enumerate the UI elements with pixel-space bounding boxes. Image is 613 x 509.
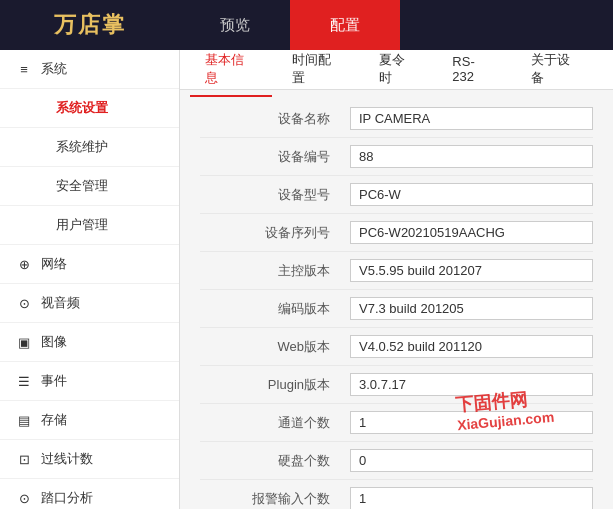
label-main-version: 主控版本 [200, 262, 350, 280]
image-icon: ▣ [15, 333, 33, 351]
info-row-7: Plugin版本 3.0.7.17 [200, 366, 593, 404]
label-encode-version: 编码版本 [200, 300, 350, 318]
sidebar-item-event[interactable]: ☰ 事件 [0, 362, 179, 401]
sub-tab-time[interactable]: 时间配置 [277, 50, 359, 97]
av-icon: ⊙ [15, 294, 33, 312]
label-device-model: 设备型号 [200, 186, 350, 204]
header: 万店掌 预览 配置 [0, 0, 613, 50]
linecounting-icon: ⊡ [15, 450, 33, 468]
sidebar-item-network[interactable]: ⊕ 网络 [0, 245, 179, 284]
info-row-8: 通道个数 1 [200, 404, 593, 442]
value-serial[interactable]: PC6-W20210519AACHG [350, 221, 593, 244]
label-device-name: 设备名称 [200, 110, 350, 128]
label-plugin-version: Plugin版本 [200, 376, 350, 394]
logo: 万店掌 [0, 0, 180, 50]
value-channels: 1 [350, 411, 593, 434]
info-row-5: 编码版本 V7.3 build 201205 [200, 290, 593, 328]
nav-tabs: 预览 配置 [180, 0, 613, 50]
sidebar: ≡ 系统 系统设置 系统维护 安全管理 用户管理 ⊕ 网络 ⊙ 视音频 ▣ [0, 50, 180, 509]
content-area: 基本信息 时间配置 夏令时 RS-232 关于设备 设备名称 IP CAMERA… [180, 50, 613, 509]
info-row-10: 报警输入个数 1 [200, 480, 593, 509]
sidebar-item-av[interactable]: ⊙ 视音频 [0, 284, 179, 323]
info-table: 设备名称 IP CAMERA 设备编号 88 设备型号 PC6-W 设备序列号 … [180, 90, 613, 509]
sidebar-item-system-settings[interactable]: 系统设置 [0, 89, 179, 128]
info-row-0: 设备名称 IP CAMERA [200, 100, 593, 138]
storage-icon: ▤ [15, 411, 33, 429]
sub-tab-dst[interactable]: 夏令时 [364, 50, 433, 97]
value-web-version: V4.0.52 build 201120 [350, 335, 593, 358]
label-web-version: Web版本 [200, 338, 350, 356]
value-main-version: V5.5.95 build 201207 [350, 259, 593, 282]
info-row-1: 设备编号 88 [200, 138, 593, 176]
system-icon: ≡ [15, 60, 33, 78]
sidebar-item-image[interactable]: ▣ 图像 [0, 323, 179, 362]
users-icon [30, 216, 48, 234]
main-layout: ≡ 系统 系统设置 系统维护 安全管理 用户管理 ⊕ 网络 ⊙ 视音频 ▣ [0, 50, 613, 509]
info-row-4: 主控版本 V5.5.95 build 201207 [200, 252, 593, 290]
sidebar-item-dooranalysis[interactable]: ⊙ 踏口分析 [0, 479, 179, 509]
value-hdds: 0 [350, 449, 593, 472]
sidebar-item-system[interactable]: ≡ 系统 [0, 50, 179, 89]
sidebar-item-storage[interactable]: ▤ 存储 [0, 401, 179, 440]
label-device-number: 设备编号 [200, 148, 350, 166]
sidebar-item-linecounting[interactable]: ⊡ 过线计数 [0, 440, 179, 479]
sidebar-item-users[interactable]: 用户管理 [0, 206, 179, 245]
sub-tabs: 基本信息 时间配置 夏令时 RS-232 关于设备 [180, 50, 613, 90]
sub-tab-about[interactable]: 关于设备 [516, 50, 598, 97]
network-icon: ⊕ [15, 255, 33, 273]
event-icon: ☰ [15, 372, 33, 390]
label-serial: 设备序列号 [200, 224, 350, 242]
sidebar-item-security[interactable]: 安全管理 [0, 167, 179, 206]
security-icon [30, 177, 48, 195]
sidebar-item-system-maintenance[interactable]: 系统维护 [0, 128, 179, 167]
sub-tab-rs232[interactable]: RS-232 [437, 50, 511, 94]
nav-tab-config[interactable]: 配置 [290, 0, 400, 50]
dooranalysis-icon: ⊙ [15, 489, 33, 507]
value-encode-version: V7.3 build 201205 [350, 297, 593, 320]
info-row-9: 硬盘个数 0 [200, 442, 593, 480]
value-device-model[interactable]: PC6-W [350, 183, 593, 206]
label-hdds: 硬盘个数 [200, 452, 350, 470]
info-row-6: Web版本 V4.0.52 build 201120 [200, 328, 593, 366]
value-device-name[interactable]: IP CAMERA [350, 107, 593, 130]
maintenance-icon [30, 138, 48, 156]
info-row-3: 设备序列号 PC6-W20210519AACHG [200, 214, 593, 252]
info-row-2: 设备型号 PC6-W [200, 176, 593, 214]
value-plugin-version: 3.0.7.17 [350, 373, 593, 396]
label-alarm-inputs: 报警输入个数 [200, 490, 350, 508]
nav-tab-preview[interactable]: 预览 [180, 0, 290, 50]
value-alarm-inputs: 1 [350, 487, 593, 509]
label-channels: 通道个数 [200, 414, 350, 432]
sub-tab-basic[interactable]: 基本信息 [190, 50, 272, 97]
settings-icon [30, 99, 48, 117]
value-device-number[interactable]: 88 [350, 145, 593, 168]
